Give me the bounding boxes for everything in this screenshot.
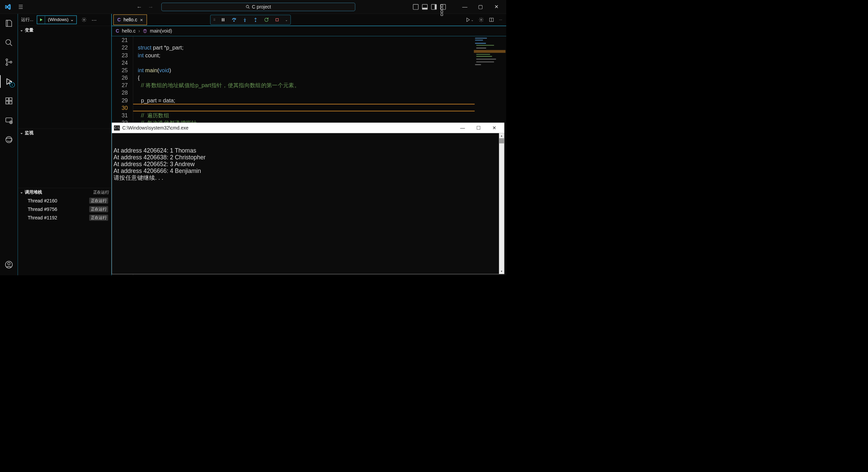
svg-rect-23 [223, 18, 224, 21]
breadcrumb-symbol[interactable]: main(void) [150, 28, 172, 34]
minimap[interactable] [474, 37, 506, 77]
chevron-down-icon: ⌄ [20, 190, 23, 195]
layout-panel-bottom-icon[interactable] [422, 4, 428, 9]
svg-rect-9 [6, 98, 8, 100]
symbol-method-icon [143, 29, 147, 33]
svg-point-31 [480, 19, 482, 20]
thread-status: 正在运行 [89, 215, 108, 221]
thread-status: 正在运行 [89, 198, 108, 204]
editor-tab[interactable]: C hello.c × [113, 15, 147, 25]
edge-tools-icon[interactable] [4, 135, 14, 144]
layout-sidebar-left-icon[interactable] [413, 4, 418, 9]
stop-icon[interactable] [275, 18, 279, 22]
start-debug-button[interactable] [37, 16, 45, 24]
scroll-up-icon[interactable]: ▴ [499, 133, 504, 138]
debug-toolbar[interactable]: ⠿ [210, 15, 291, 25]
callstack-title: 调用堆栈 [25, 189, 42, 195]
search-icon [245, 5, 250, 9]
restart-icon[interactable] [264, 17, 269, 22]
more-icon[interactable]: ⋯ [92, 17, 97, 23]
command-center-search[interactable]: C project [161, 3, 355, 11]
debug-dropdown-icon[interactable]: ⌄ [285, 18, 288, 22]
gear-icon[interactable] [81, 17, 86, 22]
scroll-down-icon[interactable]: ▾ [499, 269, 504, 274]
debug-badge: 1 [9, 82, 15, 87]
scroll-thumb[interactable] [499, 138, 504, 143]
watch-header[interactable]: ⌄ 监视 [18, 129, 111, 137]
thread-row[interactable]: Thread #9756正在运行 [18, 205, 111, 213]
window-minimize-button[interactable]: — [457, 0, 473, 14]
callstack-header[interactable]: ⌄ 调用堆栈 正在运行 [18, 188, 111, 196]
svg-point-2 [6, 40, 11, 44]
watch-title: 监视 [25, 130, 34, 136]
breadcrumbs[interactable]: C hello.c › main(void) [112, 26, 507, 36]
svg-point-17 [6, 137, 12, 143]
cmd-title: C:\Windows\system32\cmd.exe [122, 125, 188, 131]
chevron-right-icon: › [138, 28, 140, 34]
cmd-scrollbar[interactable]: ▴ ▾ [499, 133, 504, 274]
variables-title: 变量 [25, 27, 34, 33]
svg-point-26 [244, 21, 245, 22]
cmd-titlebar[interactable]: C:\ C:\Windows\system32\cmd.exe — ☐ ✕ [112, 123, 504, 133]
svg-line-1 [248, 7, 249, 8]
split-editor-icon[interactable] [489, 17, 494, 22]
hamburger-menu-icon[interactable]: ☰ [16, 3, 26, 10]
gear-icon[interactable] [479, 17, 484, 22]
svg-marker-20 [40, 18, 42, 21]
activity-bar: 1 [0, 14, 18, 275]
pause-icon[interactable] [221, 17, 225, 22]
layout-sidebar-right-icon[interactable] [431, 4, 437, 9]
window-close-button[interactable]: ✕ [489, 0, 505, 14]
cmd-window[interactable]: C:\ C:\Windows\system32\cmd.exe — ☐ ✕ At… [112, 123, 505, 274]
chevron-down-icon: ⌄ [20, 131, 23, 135]
source-control-icon[interactable] [4, 57, 14, 67]
extensions-icon[interactable] [4, 96, 14, 105]
svg-rect-22 [222, 18, 222, 21]
thread-name: Thread #1192 [28, 215, 57, 220]
chevron-down-icon: ⌄ [20, 28, 23, 32]
c-file-icon: C [117, 17, 121, 22]
svg-marker-30 [467, 18, 470, 22]
c-file-icon: C [116, 28, 119, 34]
nav-back-icon[interactable]: ← [136, 4, 142, 10]
launch-config-selector[interactable]: (Windows) ⌄ [37, 15, 77, 24]
thread-name: Thread #9756 [28, 206, 57, 212]
remote-icon[interactable] [4, 116, 14, 125]
cmd-maximize-button[interactable]: ☐ [471, 123, 487, 133]
run-debug-icon[interactable]: 1 [4, 77, 14, 86]
cmd-minimize-button[interactable]: — [455, 123, 471, 133]
step-out-icon[interactable] [253, 17, 258, 22]
drag-grip-icon[interactable]: ⠿ [213, 18, 215, 22]
explorer-icon[interactable] [4, 19, 14, 28]
svg-line-3 [10, 44, 12, 46]
debug-sidebar: 运行... (Windows) ⌄ ⋯ ⌄ [18, 14, 112, 275]
variables-header[interactable]: ⌄ 变量 [18, 26, 111, 34]
accounts-icon[interactable] [4, 260, 14, 269]
layout-customize-icon[interactable] [440, 4, 446, 9]
svg-point-4 [6, 59, 7, 60]
sidebar-title: 运行... [21, 17, 33, 23]
tab-close-icon[interactable]: × [140, 17, 143, 23]
svg-rect-29 [276, 19, 278, 21]
run-file-icon[interactable]: ⌄ [466, 17, 474, 22]
chevron-down-icon: ⌄ [70, 17, 74, 22]
watch-section: ⌄ 监视 [18, 129, 111, 188]
thread-row[interactable]: Thread #1192正在运行 [18, 213, 111, 222]
title-bar: ☰ ← → C project — ▢ ✕ [0, 0, 506, 14]
cmd-output[interactable]: At address 4206624: 1 ThomasAt address 4… [112, 133, 504, 274]
step-over-icon[interactable] [231, 17, 236, 22]
config-name: (Windows) [48, 17, 68, 22]
nav-forward-icon[interactable]: → [148, 4, 153, 10]
cmd-close-button[interactable]: ✕ [486, 123, 502, 133]
vscode-logo-icon [0, 3, 16, 10]
window-maximize-button[interactable]: ▢ [473, 0, 489, 14]
svg-rect-12 [9, 101, 12, 104]
breadcrumb-file[interactable]: hello.c [122, 28, 136, 34]
step-into-icon[interactable] [242, 17, 247, 22]
search-icon[interactable] [4, 38, 14, 47]
svg-point-0 [246, 5, 249, 7]
thread-row[interactable]: Thread #2160正在运行 [18, 196, 111, 205]
callstack-section: ⌄ 调用堆栈 正在运行 Thread #2160正在运行Thread #9756… [18, 188, 111, 275]
more-actions-icon[interactable]: ⋯ [499, 17, 502, 22]
svg-point-21 [83, 19, 85, 20]
